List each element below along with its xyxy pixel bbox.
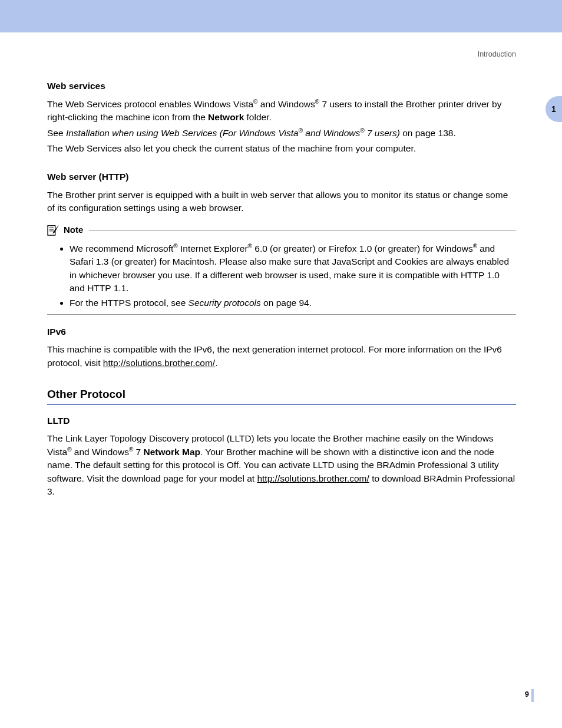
web-services-p3: The Web Services also let you check the … — [47, 142, 516, 155]
text: We recommend Microsoft — [70, 243, 173, 253]
ipv6-section: IPv6 This machine is compatible with the… — [47, 325, 516, 370]
top-bar — [0, 0, 562, 32]
web-server-section: Web server (HTTP) The Brother print serv… — [47, 170, 516, 215]
svg-rect-0 — [48, 225, 55, 235]
lltd-heading: LLTD — [47, 414, 516, 427]
bold-text: Network Map — [144, 447, 200, 457]
text: 6.0 (or greater) or Firefox 1.0 (or grea… — [252, 243, 473, 253]
lltd-p1: The Link Layer Topology Discovery protoc… — [47, 432, 516, 498]
italic-text: and Windows — [303, 128, 360, 138]
text: See — [47, 128, 66, 138]
note-label: Note — [64, 223, 83, 236]
note-box: Note We recommend Microsoft® Internet Ex… — [47, 223, 516, 315]
chapter-tab: 1 — [546, 96, 562, 122]
lltd-link[interactable]: http://solutions.brother.com/ — [257, 473, 369, 483]
text: on page 138. — [400, 128, 456, 138]
note-item-1: We recommend Microsoft® Internet Explore… — [70, 242, 516, 295]
text: folder. — [244, 112, 272, 122]
web-services-p2: See Installation when using Web Services… — [47, 127, 516, 140]
note-icon — [47, 224, 60, 236]
text: 7 — [133, 447, 143, 457]
registered-mark: ® — [360, 127, 364, 133]
web-server-heading: Web server (HTTP) — [47, 170, 516, 183]
other-protocol-title: Other Protocol — [47, 386, 516, 403]
other-protocol-header: Other Protocol — [47, 386, 516, 405]
note-item-2: For the HTTPS protocol, see Security pro… — [70, 297, 516, 309]
note-bottom-rule — [47, 314, 516, 315]
text: on page 94. — [261, 298, 312, 308]
italic-text: 7 users) — [365, 128, 400, 138]
note-header: Note — [47, 223, 516, 236]
italic-text: Installation when using Web Services (Fo… — [66, 128, 299, 138]
web-services-heading: Web services — [47, 80, 516, 93]
ipv6-link[interactable]: http://solutions.brother.com/ — [103, 358, 215, 368]
web-server-p1: The Brother print server is equipped wit… — [47, 189, 516, 215]
italic-text: Security protocols — [189, 298, 261, 308]
ipv6-p1: This machine is compatible with the IPv6… — [47, 343, 516, 370]
web-services-section: Web services The Web Services protocol e… — [47, 80, 516, 155]
section-rule — [47, 404, 516, 405]
ipv6-heading: IPv6 — [47, 325, 516, 338]
page-number: 9 — [525, 689, 529, 700]
registered-mark: ® — [299, 127, 303, 133]
text: For the HTTPS protocol, see — [70, 298, 189, 308]
registered-mark: ® — [67, 446, 71, 453]
text: and Windows — [72, 447, 129, 457]
text: Internet Explorer — [178, 243, 248, 253]
text: and Windows — [257, 99, 315, 109]
text: The Web Services protocol enables Window… — [47, 99, 253, 109]
bold-text: Network — [208, 112, 244, 122]
page-number-bar — [531, 689, 534, 702]
registered-mark: ® — [173, 242, 177, 249]
lltd-section: LLTD The Link Layer Topology Discovery p… — [47, 414, 516, 499]
note-rule — [89, 230, 516, 231]
note-list: We recommend Microsoft® Internet Explore… — [60, 242, 516, 309]
registered-mark: ® — [248, 242, 252, 249]
text: . — [215, 358, 217, 368]
header-section-label: Introduction — [0, 49, 516, 60]
content: Web services The Web Services protocol e… — [47, 80, 516, 499]
web-services-p1: The Web Services protocol enables Window… — [47, 98, 516, 124]
registered-mark: ® — [473, 242, 477, 249]
